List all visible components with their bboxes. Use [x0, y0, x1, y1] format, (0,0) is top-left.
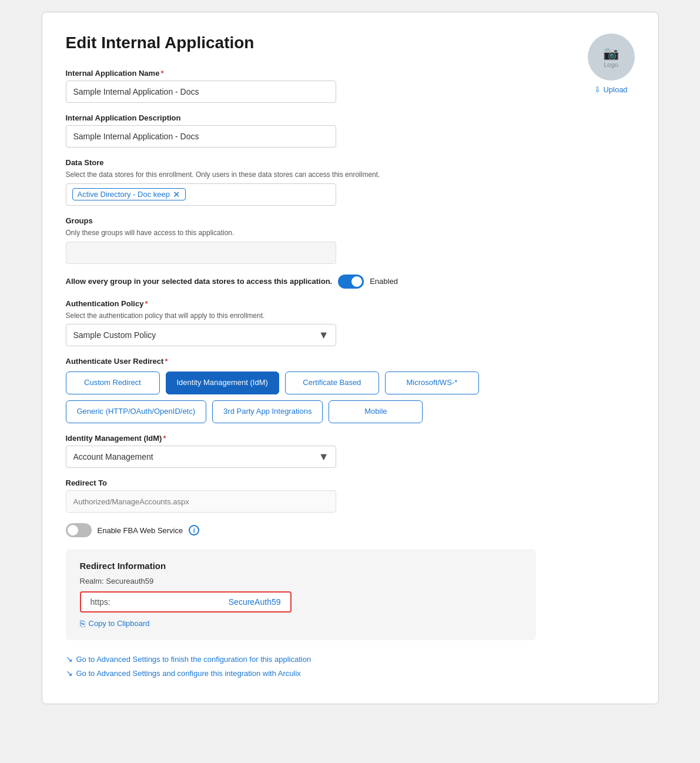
advanced-link-icon-2: ↘: [66, 668, 73, 678]
redirect-buttons-row1: Custom Redirect Identity Management (IdM…: [66, 372, 536, 394]
realm-label: Realm:: [80, 577, 104, 585]
data-store-tag-input[interactable]: Active Directory - Doc keep ✕: [66, 183, 336, 206]
data-store-sublabel: Select the data stores for this enrollme…: [66, 170, 536, 180]
required-star: *: [160, 69, 163, 78]
redirect-to-label: Redirect To: [66, 478, 536, 487]
auth-policy-select[interactable]: Sample Custom Policy: [66, 324, 336, 346]
redirect-btn-generic[interactable]: Generic (HTTP/OAuth/OpenID/etc): [66, 400, 207, 423]
logo-label: Logo: [604, 61, 618, 68]
fba-label: Enable FBA Web Service: [98, 526, 183, 535]
toggle-label: Allow every group in your selected data …: [66, 277, 333, 286]
realm-value: Secureauth59: [106, 577, 153, 585]
toggle-row: Allow every group in your selected data …: [66, 275, 536, 289]
advanced-link-2[interactable]: ↘ Go to Advanced Settings and configure …: [66, 668, 536, 678]
advanced-link-1[interactable]: ↘ Go to Advanced Settings to finish the …: [66, 654, 536, 664]
advanced-links: ↘ Go to Advanced Settings to finish the …: [66, 654, 536, 678]
app-desc-input[interactable]: [66, 125, 336, 148]
advanced-link-text-1: Go to Advanced Settings to finish the co…: [76, 655, 312, 664]
idm-label: Identity Management (IdM) *: [66, 434, 536, 443]
required-star-4: *: [163, 434, 166, 443]
redirect-info-section: Redirect Information Realm: Secureauth59…: [66, 549, 536, 640]
redirect-to-input[interactable]: [66, 490, 336, 513]
groups-section: Groups Only these groups will have acces…: [66, 216, 536, 264]
redirect-btn-mobile[interactable]: Mobile: [329, 400, 423, 423]
main-content: Edit Internal Application Internal Appli…: [66, 34, 536, 678]
page-title: Edit Internal Application: [66, 34, 536, 52]
redirect-label: Authenticate User Redirect *: [66, 357, 536, 366]
url-prefix: https:: [91, 597, 110, 607]
upload-icon: ⇩: [594, 85, 601, 94]
tag-close-icon[interactable]: ✕: [173, 190, 180, 199]
fba-toggle[interactable]: [66, 523, 92, 537]
idm-section: Identity Management (IdM) * Account Mana…: [66, 434, 536, 468]
toggle-thumb: [351, 276, 362, 287]
auth-policy-label: Authentication Policy *: [66, 299, 536, 308]
idm-select[interactable]: Account Management: [66, 446, 336, 468]
advanced-link-text-2: Go to Advanced Settings and configure th…: [76, 669, 301, 678]
groups-label: Groups: [66, 216, 536, 225]
auth-policy-sublabel: Select the authentication policy that wi…: [66, 311, 536, 321]
fba-toggle-thumb: [68, 525, 78, 536]
required-star-3: *: [165, 357, 168, 366]
toggle-switch[interactable]: [338, 275, 364, 289]
toggle-status: Enabled: [370, 277, 398, 286]
app-name-section: Internal Application Name *: [66, 69, 536, 103]
fba-info-icon[interactable]: i: [189, 525, 199, 536]
data-store-label: Data Store: [66, 158, 536, 167]
redirect-info-title: Redirect Information: [80, 561, 522, 571]
groups-sublabel: Only these groups will have access to th…: [66, 228, 536, 238]
redirect-buttons-row2: Generic (HTTP/OAuth/OpenID/etc) 3rd Part…: [66, 400, 536, 423]
url-box: https: SecureAuth59: [80, 591, 292, 613]
redirect-btn-custom[interactable]: Custom Redirect: [66, 372, 160, 394]
app-name-label: Internal Application Name *: [66, 69, 536, 78]
groups-input[interactable]: [66, 242, 336, 264]
realm-text: Realm: Secureauth59: [80, 577, 522, 585]
redirect-to-section: Redirect To: [66, 478, 536, 513]
copy-to-clipboard-row[interactable]: ⎘ Copy to Clipboard: [80, 618, 522, 628]
app-desc-section: Internal Application Description: [66, 113, 536, 148]
data-store-tag: Active Directory - Doc keep ✕: [72, 188, 186, 200]
auth-policy-section: Authentication Policy * Select the authe…: [66, 299, 536, 347]
copy-label: Copy to Clipboard: [89, 619, 150, 628]
upload-label: Upload: [603, 85, 627, 94]
fba-row: Enable FBA Web Service i: [66, 523, 536, 537]
redirect-section: Authenticate User Redirect * Custom Redi…: [66, 357, 536, 423]
redirect-btn-idm[interactable]: Identity Management (IdM): [166, 372, 279, 394]
data-store-section: Data Store Select the data stores for th…: [66, 158, 536, 206]
url-realm: SecureAuth59: [229, 597, 281, 607]
redirect-btn-ms[interactable]: Microsoft/WS-*: [385, 372, 479, 394]
tag-label: Active Directory - Doc keep: [78, 190, 170, 199]
logo-area: 📷 Logo ⇩ Upload: [588, 34, 635, 94]
advanced-link-icon-1: ↘: [66, 654, 73, 664]
copy-icon: ⎘: [80, 618, 85, 628]
auth-policy-select-wrapper: Sample Custom Policy ▼: [66, 324, 336, 346]
logo-circle: 📷 Logo: [588, 34, 635, 81]
required-star-2: *: [145, 299, 148, 308]
page-container: 📷 Logo ⇩ Upload Edit Internal Applicatio…: [42, 12, 659, 704]
camera-icon: 📷: [603, 46, 619, 61]
idm-select-wrapper: Account Management ▼: [66, 446, 336, 468]
app-desc-label: Internal Application Description: [66, 113, 536, 122]
redirect-btn-cert[interactable]: Certificate Based: [285, 372, 379, 394]
redirect-btn-3rdparty[interactable]: 3rd Party App Integrations: [212, 400, 323, 423]
upload-button[interactable]: ⇩ Upload: [594, 85, 627, 94]
app-name-input[interactable]: [66, 81, 336, 103]
